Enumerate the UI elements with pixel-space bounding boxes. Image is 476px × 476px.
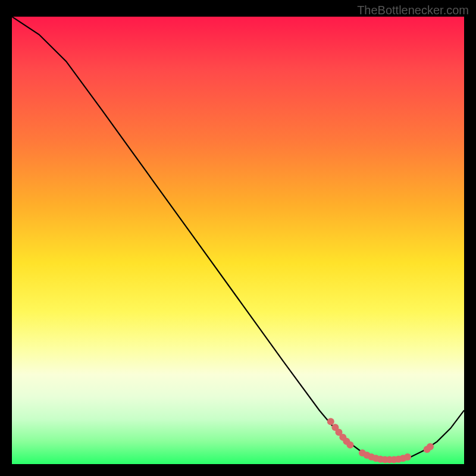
- data-marker: [327, 418, 334, 425]
- chart-svg: [12, 17, 464, 464]
- watermark-text: TheBottlenecker.com: [357, 4, 469, 17]
- chart-plot-area: [12, 17, 464, 464]
- data-markers: [327, 418, 434, 464]
- data-marker: [427, 443, 434, 450]
- data-marker: [404, 453, 411, 461]
- curve-line: [12, 17, 464, 459]
- data-marker: [346, 441, 353, 449]
